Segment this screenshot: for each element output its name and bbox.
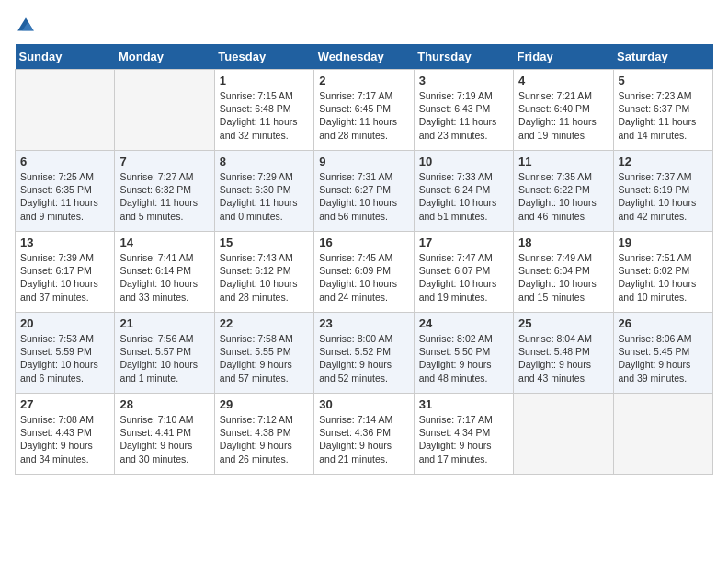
day-info: Sunrise: 7:53 AM Sunset: 5:59 PM Dayligh…: [20, 332, 109, 385]
day-number: 6: [20, 155, 109, 168]
day-info: Sunrise: 7:43 AM Sunset: 6:12 PM Dayligh…: [220, 251, 309, 304]
logo: [15, 15, 40, 37]
day-info: Sunrise: 7:51 AM Sunset: 6:02 PM Dayligh…: [619, 251, 708, 304]
calendar-cell: [514, 394, 613, 475]
calendar-cell: 2Sunrise: 7:17 AM Sunset: 6:45 PM Daylig…: [314, 70, 414, 151]
week-row: 6Sunrise: 7:25 AM Sunset: 6:35 PM Daylig…: [16, 151, 713, 232]
calendar-cell: 12Sunrise: 7:37 AM Sunset: 6:19 PM Dayli…: [613, 151, 712, 232]
day-info: Sunrise: 7:12 AM Sunset: 4:38 PM Dayligh…: [220, 413, 309, 465]
week-row: 20Sunrise: 7:53 AM Sunset: 5:59 PM Dayli…: [16, 313, 713, 394]
calendar-cell: 22Sunrise: 7:58 AM Sunset: 5:55 PM Dayli…: [214, 313, 313, 394]
day-info: Sunrise: 8:02 AM Sunset: 5:50 PM Dayligh…: [419, 332, 508, 385]
day-number: 20: [20, 316, 109, 330]
calendar-cell: 3Sunrise: 7:19 AM Sunset: 6:43 PM Daylig…: [414, 70, 513, 151]
calendar-cell: 27Sunrise: 7:08 AM Sunset: 4:43 PM Dayli…: [16, 394, 115, 475]
col-header-thursday: Thursday: [414, 44, 513, 70]
day-info: Sunrise: 7:49 AM Sunset: 6:04 PM Dayligh…: [518, 251, 608, 304]
calendar-cell: 30Sunrise: 7:14 AM Sunset: 4:36 PM Dayli…: [314, 394, 414, 475]
col-header-monday: Monday: [115, 44, 214, 70]
day-info: Sunrise: 7:39 AM Sunset: 6:17 PM Dayligh…: [20, 251, 109, 304]
day-number: 23: [319, 316, 408, 330]
calendar-cell: 13Sunrise: 7:39 AM Sunset: 6:17 PM Dayli…: [16, 232, 115, 313]
day-number: 28: [119, 397, 209, 411]
calendar-cell: [613, 394, 712, 475]
day-info: Sunrise: 7:31 AM Sunset: 6:27 PM Dayligh…: [319, 170, 408, 223]
calendar-cell: 23Sunrise: 8:00 AM Sunset: 5:52 PM Dayli…: [314, 313, 414, 394]
calendar-cell: 11Sunrise: 7:35 AM Sunset: 6:22 PM Dayli…: [514, 151, 613, 232]
day-info: Sunrise: 7:58 AM Sunset: 5:55 PM Dayligh…: [220, 332, 309, 385]
day-info: Sunrise: 7:15 AM Sunset: 6:48 PM Dayligh…: [220, 89, 309, 142]
day-number: 19: [619, 236, 708, 249]
day-info: Sunrise: 7:37 AM Sunset: 6:19 PM Dayligh…: [619, 170, 708, 223]
calendar-cell: 18Sunrise: 7:49 AM Sunset: 6:04 PM Dayli…: [514, 232, 613, 313]
day-info: Sunrise: 7:14 AM Sunset: 4:36 PM Dayligh…: [319, 413, 408, 465]
day-info: Sunrise: 7:21 AM Sunset: 6:40 PM Dayligh…: [518, 89, 608, 142]
week-row: 1Sunrise: 7:15 AM Sunset: 6:48 PM Daylig…: [16, 70, 713, 151]
calendar-cell: 1Sunrise: 7:15 AM Sunset: 6:48 PM Daylig…: [214, 70, 313, 151]
page-header: [15, 15, 713, 37]
day-number: 2: [319, 74, 408, 87]
calendar-table: SundayMondayTuesdayWednesdayThursdayFrid…: [15, 44, 713, 475]
day-number: 10: [419, 155, 508, 168]
calendar-cell: 14Sunrise: 7:41 AM Sunset: 6:14 PM Dayli…: [115, 232, 214, 313]
col-header-sunday: Sunday: [16, 44, 115, 70]
calendar-cell: 21Sunrise: 7:56 AM Sunset: 5:57 PM Dayli…: [115, 313, 214, 394]
day-info: Sunrise: 7:17 AM Sunset: 4:34 PM Dayligh…: [419, 413, 508, 465]
day-info: Sunrise: 7:19 AM Sunset: 6:43 PM Dayligh…: [419, 89, 508, 142]
calendar-cell: 19Sunrise: 7:51 AM Sunset: 6:02 PM Dayli…: [613, 232, 712, 313]
calendar-cell: 16Sunrise: 7:45 AM Sunset: 6:09 PM Dayli…: [314, 232, 414, 313]
day-number: 5: [619, 74, 708, 87]
calendar-cell: 6Sunrise: 7:25 AM Sunset: 6:35 PM Daylig…: [16, 151, 115, 232]
calendar-cell: 5Sunrise: 7:23 AM Sunset: 6:37 PM Daylig…: [613, 70, 712, 151]
day-number: 8: [220, 155, 309, 168]
day-info: Sunrise: 7:25 AM Sunset: 6:35 PM Dayligh…: [20, 170, 109, 223]
col-header-wednesday: Wednesday: [314, 44, 414, 70]
calendar-cell: 10Sunrise: 7:33 AM Sunset: 6:24 PM Dayli…: [414, 151, 513, 232]
day-number: 16: [319, 236, 408, 249]
calendar-cell: 20Sunrise: 7:53 AM Sunset: 5:59 PM Dayli…: [16, 313, 115, 394]
calendar-cell: 31Sunrise: 7:17 AM Sunset: 4:34 PM Dayli…: [414, 394, 513, 475]
day-number: 4: [518, 74, 608, 87]
day-number: 26: [619, 316, 708, 330]
day-info: Sunrise: 7:45 AM Sunset: 6:09 PM Dayligh…: [319, 251, 408, 304]
calendar-cell: 25Sunrise: 8:04 AM Sunset: 5:48 PM Dayli…: [514, 313, 613, 394]
calendar-cell: 8Sunrise: 7:29 AM Sunset: 6:30 PM Daylig…: [214, 151, 313, 232]
calendar-cell: [115, 70, 214, 151]
day-number: 29: [220, 397, 309, 411]
day-number: 25: [518, 316, 608, 330]
day-number: 27: [20, 397, 109, 411]
day-info: Sunrise: 7:41 AM Sunset: 6:14 PM Dayligh…: [119, 251, 209, 304]
col-header-friday: Friday: [514, 44, 613, 70]
day-number: 21: [119, 316, 209, 330]
day-number: 12: [619, 155, 708, 168]
day-info: Sunrise: 7:56 AM Sunset: 5:57 PM Dayligh…: [119, 332, 209, 385]
calendar-cell: 15Sunrise: 7:43 AM Sunset: 6:12 PM Dayli…: [214, 232, 313, 313]
day-number: 14: [119, 236, 209, 249]
day-info: Sunrise: 7:27 AM Sunset: 6:32 PM Dayligh…: [119, 170, 209, 223]
calendar-cell: 28Sunrise: 7:10 AM Sunset: 4:41 PM Dayli…: [115, 394, 214, 475]
day-number: 15: [220, 236, 309, 249]
day-number: 7: [119, 155, 209, 168]
day-info: Sunrise: 7:10 AM Sunset: 4:41 PM Dayligh…: [119, 413, 209, 465]
day-number: 3: [419, 74, 508, 87]
day-info: Sunrise: 8:04 AM Sunset: 5:48 PM Dayligh…: [518, 332, 608, 385]
day-info: Sunrise: 7:47 AM Sunset: 6:07 PM Dayligh…: [419, 251, 508, 304]
calendar-cell: 9Sunrise: 7:31 AM Sunset: 6:27 PM Daylig…: [314, 151, 414, 232]
day-number: 1: [220, 74, 309, 87]
day-number: 13: [20, 236, 109, 249]
day-info: Sunrise: 7:33 AM Sunset: 6:24 PM Dayligh…: [419, 170, 508, 223]
day-number: 9: [319, 155, 408, 168]
day-number: 31: [419, 397, 508, 411]
calendar-cell: 29Sunrise: 7:12 AM Sunset: 4:38 PM Dayli…: [214, 394, 313, 475]
col-header-saturday: Saturday: [613, 44, 712, 70]
day-info: Sunrise: 7:17 AM Sunset: 6:45 PM Dayligh…: [319, 89, 408, 142]
day-info: Sunrise: 7:35 AM Sunset: 6:22 PM Dayligh…: [518, 170, 608, 223]
day-info: Sunrise: 7:29 AM Sunset: 6:30 PM Dayligh…: [220, 170, 309, 223]
day-number: 11: [518, 155, 608, 168]
day-number: 17: [419, 236, 508, 249]
day-number: 18: [518, 236, 608, 249]
day-info: Sunrise: 7:23 AM Sunset: 6:37 PM Dayligh…: [619, 89, 708, 142]
calendar-cell: [16, 70, 115, 151]
day-info: Sunrise: 7:08 AM Sunset: 4:43 PM Dayligh…: [20, 413, 109, 465]
header-row: SundayMondayTuesdayWednesdayThursdayFrid…: [16, 44, 713, 70]
